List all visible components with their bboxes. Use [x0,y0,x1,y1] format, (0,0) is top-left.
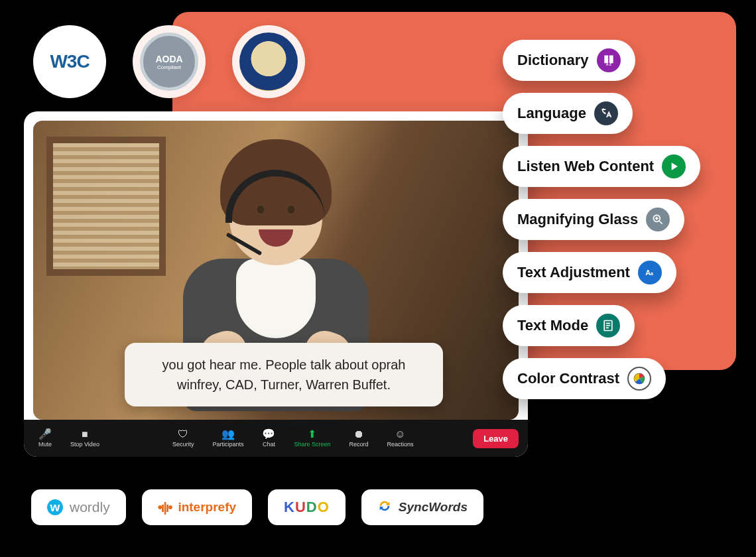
share-icon: ⬆ [308,429,316,440]
pill-text-adjust[interactable]: Text AdjustmentAa [503,252,676,293]
zoom-label: Stop Video [70,441,99,448]
security-button[interactable]: 🛡Security [167,429,200,448]
zoom-label: Record [349,441,368,448]
integration-label: interprefy [178,500,236,515]
svg-text:A-Z: A-Z [605,62,611,66]
pill-label: Text Mode [517,317,588,334]
pill-magnify[interactable]: Magnifying Glass [503,199,684,240]
integration-interprefy[interactable]: •ı|ı•interprefy [142,489,252,525]
shield-icon: 🛡 [178,429,188,440]
interprefy-icon: •ı|ı• [158,500,172,515]
wordly-icon: w [47,499,63,515]
reactions-button[interactable]: ☺Reactions [382,429,419,448]
pill-dictionary[interactable]: DictionaryA-Z [503,40,635,81]
participants-button[interactable]: 👥Participants [207,429,249,448]
compliance-badge-row: W3C AODACompliant [33,25,305,98]
zoom-label: Security [172,441,194,448]
svg-text:a: a [651,271,654,277]
video-conference-window: you got hear me. People talk about oprah… [24,111,528,457]
camera-icon: ■ [82,429,88,440]
play-icon [662,155,686,178]
zoom-label: Chat [263,441,275,448]
chat-button[interactable]: 💬Chat [257,429,281,448]
doj-seal-icon [239,32,298,91]
zoom-label: Reactions [387,441,414,448]
stop-video-button[interactable]: ■Stop Video [65,429,105,448]
chat-icon: 💬 [262,429,275,440]
pill-text-mode[interactable]: Text Mode [503,305,635,346]
pill-label: Listen Web Content [517,158,654,175]
record-icon: ⏺ [353,429,364,440]
record-button[interactable]: ⏺Record [344,429,373,448]
document-icon [596,314,620,338]
live-caption: you got hear me. People talk about oprah… [125,343,443,406]
integration-row: wwordly•ı|ı•interprefyKUDOSyncWords [31,489,483,525]
mute-button[interactable]: 🎤Mute [33,429,57,448]
pill-label: Text Adjustment [517,264,630,281]
meeting-toolbar: 🎤Mute■Stop Video🛡Security👥Participants💬C… [24,420,528,457]
people-icon: 👥 [221,429,235,440]
integration-kudo[interactable]: KUDO [268,489,346,525]
leave-button[interactable]: Leave [473,429,519,448]
doj-badge [232,25,305,98]
w3c-badge: W3C [33,25,106,98]
syncwords-icon [377,499,392,517]
text-aa-icon: Aa [638,261,662,284]
translate-icon [594,101,618,125]
pill-contrast[interactable]: Color Contrast [503,358,666,399]
window-blinds-decor [46,137,166,276]
integration-label: KUDO [284,499,330,516]
pill-label: Magnifying Glass [517,211,638,228]
pill-label: Color Contrast [517,370,619,387]
zoom-label: Mute [38,441,52,448]
accessibility-tools-list: DictionaryA-ZLanguageListen Web ContentM… [503,40,700,399]
zoom-label: Share Screen [294,441,330,448]
integration-label: SyncWords [399,500,468,515]
smile-icon: ☺ [395,429,405,440]
integration-label: wordly [70,499,110,515]
integration-syncwords[interactable]: SyncWords [361,489,483,525]
share-screen-button[interactable]: ⬆Share Screen [288,429,336,448]
palette-icon [627,367,651,391]
pill-listen[interactable]: Listen Web Content [503,146,700,187]
aoda-seal-icon: AODACompliant [140,32,198,91]
zoom-label: Participants [212,441,243,448]
integration-wordly[interactable]: wwordly [31,489,126,525]
pill-label: Language [517,105,586,122]
magnify-icon [646,208,670,231]
pill-language[interactable]: Language [503,93,633,134]
aoda-badge: AODACompliant [133,25,206,98]
w3c-label: W3C [50,51,89,72]
pill-label: Dictionary [517,52,589,69]
microphone-icon: 🎤 [38,429,52,440]
book-icon: A-Z [597,48,621,72]
video-feed: you got hear me. People talk about oprah… [33,121,519,420]
